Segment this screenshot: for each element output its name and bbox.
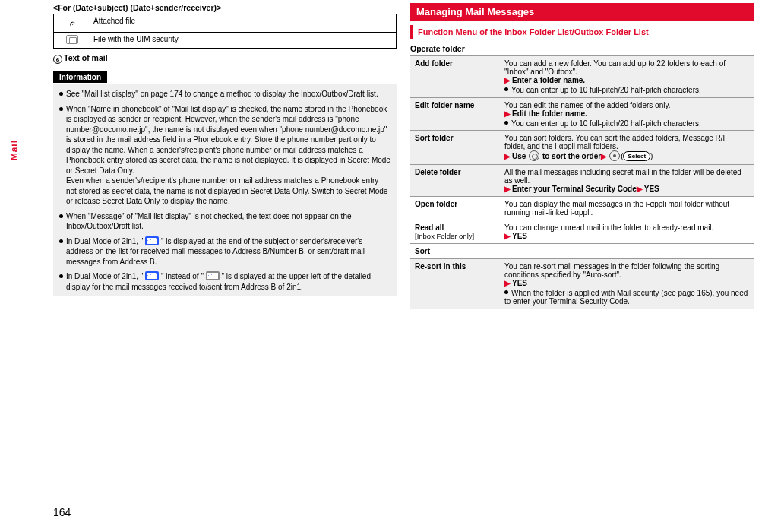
manual-page: Mail 164 <For (Date+subject) (Date+sende… xyxy=(0,0,762,532)
step-6-icon: 6 xyxy=(53,55,62,64)
attachment-icon-table: 𝄐 Attached file File with the UIM securi… xyxy=(53,14,397,49)
row-add-folder-desc: You can add a new folder. You can add up… xyxy=(500,56,754,97)
center-key-icon xyxy=(609,150,620,161)
envelope-icon xyxy=(206,271,220,280)
address-b-envelope-icon xyxy=(145,236,159,245)
bullet-icon xyxy=(59,107,63,111)
triangle-icon: ▶ xyxy=(504,185,511,193)
info-text-2: When "Name in phonebook" of "Mail list d… xyxy=(66,104,390,207)
info-text-4: In Dual Mode of 2in1, " " is displayed a… xyxy=(66,236,390,268)
row-delete-folder-name: Delete folder xyxy=(410,165,500,197)
triangle-icon: ▶ xyxy=(504,109,511,118)
left-title: <For (Date+subject) (Date+sender/receive… xyxy=(53,3,397,12)
triangle-icon: ▶ xyxy=(601,152,607,160)
bullet-icon xyxy=(59,239,63,243)
uim-security-label: File with the UIM security xyxy=(90,33,397,49)
bullet-icon xyxy=(59,214,63,218)
item-6-heading: 6Text of mail xyxy=(53,53,397,64)
bullet-icon xyxy=(504,87,508,91)
section-heading-managing: Managing Mail Messages xyxy=(410,3,754,21)
address-b-envelope-icon xyxy=(145,271,159,280)
information-badge: Information xyxy=(53,71,107,83)
row-sort-folder-name: Sort folder xyxy=(410,131,500,165)
page-number: 164 xyxy=(53,506,71,518)
function-table: Add folder You can add a new folder. You… xyxy=(410,56,754,309)
left-column: <For (Date+subject) (Date+sender/receive… xyxy=(53,3,397,296)
attached-file-label: Attached file xyxy=(90,14,397,33)
bullet-icon xyxy=(504,121,508,125)
multi-selector-icon xyxy=(529,150,539,161)
sort-header: Sort xyxy=(410,244,754,259)
side-tab-mail: Mail xyxy=(9,140,20,160)
bullet-icon xyxy=(504,290,508,294)
triangle-icon: ▶ xyxy=(504,279,511,287)
row-read-all-name: Read all [Inbox Folder only] xyxy=(410,220,500,244)
row-read-all-sub: [Inbox Folder only] xyxy=(415,232,474,240)
info-text-5: In Dual Mode of 2in1, " " instead of " "… xyxy=(66,271,390,292)
operate-folder-header: Operate folder xyxy=(410,42,754,56)
information-box: See "Mail list display" on page 174 to c… xyxy=(53,84,397,296)
row-read-all-desc: You can change unread mail in the folder… xyxy=(500,220,754,244)
uim-icon-cell xyxy=(54,33,90,49)
right-column: Managing Mail Messages Function Menu of … xyxy=(410,3,754,309)
subheading-function-menu: Function Menu of the Inbox Folder List/O… xyxy=(410,25,754,39)
row-resort-name: Re-sort in this xyxy=(410,259,500,309)
row-add-folder-name: Add folder xyxy=(410,56,500,97)
bullet-icon xyxy=(59,274,63,278)
row-edit-folder-desc: You can edit the names of the added fold… xyxy=(500,97,754,131)
row-open-folder-desc: You can display the mail messages in the… xyxy=(500,197,754,220)
bullet-icon xyxy=(59,92,63,96)
triangle-icon: ▶ xyxy=(504,232,511,240)
triangle-icon: ▶ xyxy=(504,152,511,160)
row-delete-folder-desc: All the mail messages including secret m… xyxy=(500,165,754,197)
triangle-icon: ▶ xyxy=(504,76,511,84)
info-text-3: When "Message" of "Mail list display" is… xyxy=(66,211,390,232)
uim-chip-icon xyxy=(66,35,78,44)
item-6-text: Text of mail xyxy=(64,53,108,62)
row-resort-desc: You can re-sort mail messages in the fol… xyxy=(500,259,754,309)
row-open-folder-name: Open folder xyxy=(410,197,500,220)
row-edit-folder-name: Edit folder name xyxy=(410,97,500,131)
clip-icon-cell: 𝄐 xyxy=(54,14,90,33)
triangle-icon: ▶ xyxy=(637,185,643,193)
select-softkey-icon: Select xyxy=(623,151,650,161)
paperclip-icon: 𝄐 xyxy=(65,17,79,30)
info-text-1: See "Mail list display" on page 174 to c… xyxy=(66,89,378,100)
row-sort-folder-desc: You can sort folders. You can sort the a… xyxy=(500,131,754,165)
